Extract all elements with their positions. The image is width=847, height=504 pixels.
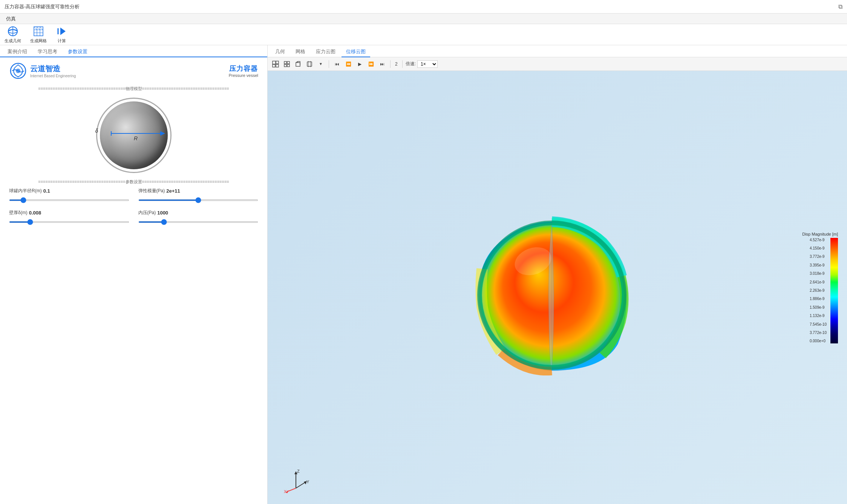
menu-simulation[interactable]: 仿真: [3, 15, 19, 23]
playback-play[interactable]: ▶: [355, 59, 365, 69]
params-section: 球罐内半径R(m) 0.1 弹性模量(Pa) 2e+11: [9, 188, 258, 224]
compute-label: 计算: [58, 38, 66, 44]
param-pressure: 内压(Pa) 1000: [138, 210, 259, 224]
svg-rect-22: [276, 64, 279, 67]
radius-label: 球罐内半径R(m) 0.1: [9, 188, 129, 194]
elastic-slider[interactable]: [138, 199, 259, 201]
generate-mesh-label: 生成网格: [30, 38, 47, 44]
left-panel: 案例介绍 学习思考 参数设置 云道智造 Internet Based Engi: [0, 45, 268, 504]
yundao-icon: [9, 62, 27, 80]
brand-subtitle: Internet Based Engineering: [30, 74, 76, 78]
delta-label: δ: [95, 128, 98, 134]
physics-model-divider: ====================================物理模型…: [9, 86, 258, 92]
product-title: 压力容器: [229, 64, 258, 73]
playback-prev[interactable]: ⏪: [343, 59, 353, 69]
color-scale-title: Disp Magnitude [m]: [802, 232, 838, 236]
generate-mesh-button[interactable]: 生成网格: [30, 25, 47, 44]
toolbar-divider-2: [390, 60, 391, 68]
elastic-label: 弹性模量(Pa) 2e+11: [138, 188, 259, 194]
params-row-1: 球罐内半径R(m) 0.1 弹性模量(Pa) 2e+11: [9, 188, 258, 202]
dropdown-arrow[interactable]: ▼: [316, 59, 326, 69]
toolbar-divider-1: [329, 60, 329, 68]
generate-geometry-button[interactable]: 生成几何: [5, 25, 21, 44]
viz-container: Disp Magnitude [m] 4.527e-9 4.150e-9 3.7…: [268, 71, 847, 504]
svg-line-8: [34, 27, 37, 30]
svg-rect-24: [287, 61, 289, 64]
sphere-container: δ R: [92, 94, 175, 177]
params-row-2: 壁厚δ(m) 0.008 内压(Pa) 1000: [9, 210, 258, 224]
color-scale: Disp Magnitude [m] 4.527e-9 4.150e-9 3.7…: [802, 232, 838, 343]
y-axis-label: Y: [306, 479, 309, 484]
x-axis-label: X: [284, 489, 287, 494]
product-logo: 压力容器 Pressure vessel: [229, 64, 258, 78]
tab-mesh[interactable]: 网格: [291, 47, 310, 57]
tab-thinking[interactable]: 学习思考: [33, 47, 62, 57]
cs-3: 3.395e-9: [810, 263, 827, 267]
mesh-icon: [32, 25, 44, 37]
param-thickness: 壁厚δ(m) 0.008: [9, 210, 129, 224]
frame-number: 2: [394, 61, 399, 67]
color-scale-max-label: 4.527e-9 4.150e-9 3.772e-9 3.395e-9 3.01…: [810, 238, 827, 343]
cs-2: 3.772e-9: [810, 254, 827, 259]
radius-slider[interactable]: [9, 199, 129, 201]
playback-next[interactable]: ⏩: [366, 59, 376, 69]
svg-marker-16: [160, 131, 165, 136]
crop-button[interactable]: [305, 59, 314, 69]
param-elastic: 弹性模量(Pa) 2e+11: [138, 188, 259, 202]
playback-end[interactable]: ⏭: [377, 59, 387, 69]
tab-stress[interactable]: 应力云图: [311, 47, 340, 57]
left-content: 云道智造 Internet Based Engineering 压力容器 Pre…: [0, 57, 267, 504]
tab-params[interactable]: 参数设置: [63, 47, 92, 57]
elastic-value: 2e+11: [166, 188, 180, 194]
tab-geometry[interactable]: 几何: [271, 47, 289, 57]
cs-12: 0.000e+0: [810, 339, 827, 343]
tab-intro[interactable]: 案例介绍: [3, 47, 32, 57]
right-tab-bar: 几何 网格 应力云图 位移云图: [268, 45, 847, 57]
speed-label: 倍速:: [406, 61, 416, 67]
color-scale-bar: [830, 238, 838, 343]
speed-select[interactable]: 0.5× 1× 2× 4×: [417, 60, 438, 68]
svg-rect-25: [284, 64, 286, 67]
svg-rect-19: [273, 61, 276, 64]
svg-text:R: R: [133, 135, 137, 141]
grid-button[interactable]: [282, 59, 292, 69]
pressure-value: 1000: [157, 210, 168, 216]
svg-rect-23: [284, 61, 286, 64]
external-link-icon[interactable]: ⧉: [838, 3, 842, 10]
axes-svg: Z Y X: [283, 467, 309, 494]
thickness-slider[interactable]: [9, 221, 129, 223]
thickness-label: 壁厚δ(m) 0.008: [9, 210, 129, 216]
title-bar: 压力容器-高压球罐强度可靠性分析 ⧉: [0, 0, 847, 14]
cs-7: 1.886e-9: [810, 297, 827, 301]
radius-slider-wrap: [9, 196, 129, 202]
cs-10: 7.545e-10: [810, 322, 827, 326]
compute-button[interactable]: 计算: [56, 25, 68, 44]
view-layout-button[interactable]: [271, 59, 280, 69]
cs-1: 4.150e-9: [810, 246, 827, 250]
menu-bar: 仿真: [0, 14, 847, 24]
r-arrow-svg: R: [109, 126, 170, 141]
svg-rect-20: [276, 61, 279, 64]
playback-start[interactable]: ⏮: [332, 59, 342, 69]
tab-displacement[interactable]: 位移云图: [342, 47, 370, 57]
right-view-area: Disp Magnitude [m] 4.527e-9 4.150e-9 3.7…: [268, 71, 847, 504]
compute-icon: [56, 25, 68, 37]
elastic-slider-wrap: [138, 196, 259, 202]
cs-11: 3.772e-10: [810, 331, 827, 335]
svg-rect-27: [296, 63, 300, 66]
pressure-label: 内压(Pa) 1000: [138, 210, 259, 216]
z-axis-label: Z: [297, 469, 300, 473]
main-area: 案例介绍 学习思考 参数设置 云道智造 Internet Based Engi: [0, 45, 847, 504]
cs-6: 2.263e-9: [810, 288, 827, 293]
sphere-diagram: δ R: [9, 98, 258, 173]
logo-area: 云道智造 Internet Based Engineering 压力容器 Pre…: [9, 62, 258, 80]
cs-4: 3.018e-9: [810, 271, 827, 276]
cs-0: 4.527e-9: [810, 238, 827, 242]
params-divider: ====================================参数设置…: [9, 179, 258, 185]
geometry-icon: [7, 25, 19, 37]
right-toolbar: ▼ ⏮ ⏪ ▶ ⏩ ⏭ 2 倍速: 0.5× 1× 2× 4×: [268, 57, 847, 71]
speed-control: 倍速: 0.5× 1× 2× 4×: [406, 60, 438, 68]
box-view-button[interactable]: [293, 59, 303, 69]
brand-name: 云道智造: [30, 64, 76, 74]
pressure-slider[interactable]: [138, 221, 259, 223]
